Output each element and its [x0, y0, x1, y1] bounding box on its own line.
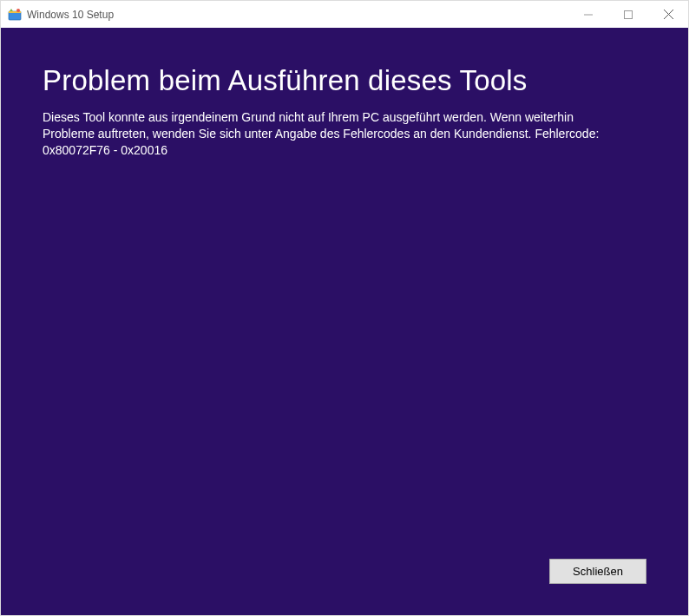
- svg-point-2: [16, 9, 20, 12]
- setup-window: Windows 10 Setup Problem beim Ausführen …: [0, 0, 689, 616]
- app-icon: [8, 8, 22, 22]
- maximize-button[interactable]: [608, 1, 648, 28]
- window-title: Windows 10 Setup: [27, 9, 568, 21]
- svg-rect-4: [625, 10, 633, 18]
- error-body-text: Dieses Tool konnte aus irgendeinem Grund…: [43, 109, 615, 159]
- content-area: Problem beim Ausführen dieses Tools Dies…: [1, 28, 688, 615]
- minimize-button[interactable]: [568, 1, 608, 28]
- footer: Schließen: [43, 559, 646, 594]
- close-window-button[interactable]: [648, 1, 688, 28]
- window-controls: [568, 1, 688, 28]
- close-button[interactable]: Schließen: [549, 559, 646, 584]
- titlebar: Windows 10 Setup: [1, 1, 688, 28]
- error-heading: Problem beim Ausführen dieses Tools: [43, 64, 646, 97]
